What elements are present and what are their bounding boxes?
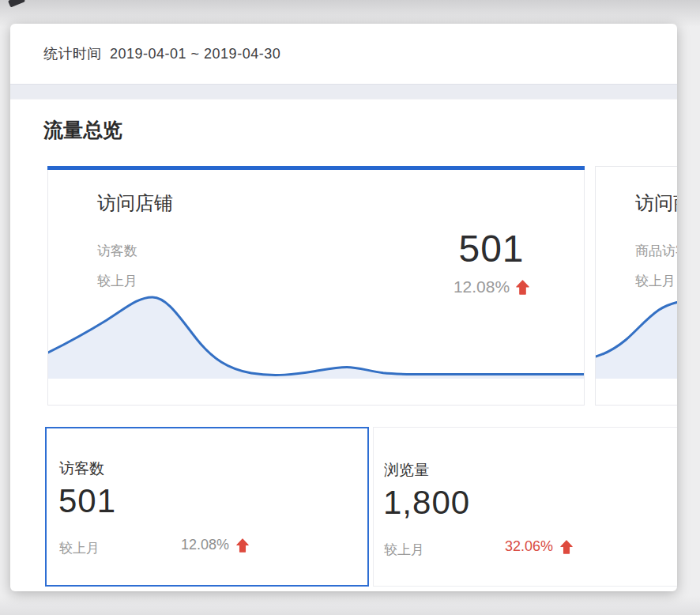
compare-label: 较上月 — [59, 539, 100, 557]
card-title: 访问商品 — [635, 191, 677, 216]
stat-label: 浏览量 — [384, 460, 429, 481]
metric-value-column: 501 12.08% — [408, 230, 575, 296]
change-percent: 32.06% — [505, 538, 553, 555]
selected-tab-indicator — [47, 166, 585, 170]
store-visits-sparkline — [48, 293, 584, 379]
card-title: 访问店铺 — [97, 191, 173, 216]
compare-label: 较上月 — [97, 272, 137, 290]
stat-box-visitors[interactable]: 访客数 501 较上月 12.08% — [45, 427, 369, 587]
metric-label: 商品访客数 — [635, 242, 677, 260]
compare-label: 较上月 — [384, 541, 424, 559]
date-range-value: 2019-04-01 ~ 2019-04-30 — [110, 46, 280, 62]
page-shadow-top — [0, 0, 700, 27]
up-arrow-icon — [236, 538, 249, 553]
up-arrow-icon — [560, 540, 573, 554]
stat-box-pageviews[interactable]: 浏览量 1,800 较上月 32.06% — [373, 427, 677, 587]
tab-card-store-visits[interactable]: 访问店铺 访客数 较上月 501 12.08% — [47, 166, 585, 406]
product-visits-sparkline — [596, 296, 677, 379]
metric-stat-boxes: 访客数 501 较上月 12.08% 浏览量 1,800 较上月 32.06% — [45, 427, 677, 587]
section-divider-band — [10, 84, 677, 100]
section-title: 流量总览 — [43, 117, 677, 143]
traffic-tab-cards: 访问店铺 访客数 较上月 501 12.08% 访问商品 商品访客数 较上 — [47, 166, 677, 406]
stat-value: 1,800 — [383, 484, 470, 522]
stat-value: 501 — [58, 482, 116, 520]
stat-time-label: 统计时间 — [43, 44, 102, 63]
compare-label: 较上月 — [635, 272, 676, 290]
page-shadow-bottom — [0, 596, 700, 615]
change-percent: 12.08% — [181, 537, 229, 553]
stat-label: 访客数 — [59, 458, 104, 479]
stat-change: 32.06% — [505, 538, 573, 555]
stat-change: 12.08% — [181, 537, 249, 553]
up-arrow-icon — [516, 280, 529, 295]
content-panel: 统计时间 2019-04-01 ~ 2019-04-30 流量总览 访问店铺 访… — [10, 24, 677, 591]
metric-value: 501 — [408, 230, 575, 268]
tab-card-product-visits[interactable]: 访问商品 商品访客数 较上月 — [595, 166, 677, 406]
metric-label: 访客数 — [97, 242, 137, 260]
date-header: 统计时间 2019-04-01 ~ 2019-04-30 — [10, 24, 677, 84]
